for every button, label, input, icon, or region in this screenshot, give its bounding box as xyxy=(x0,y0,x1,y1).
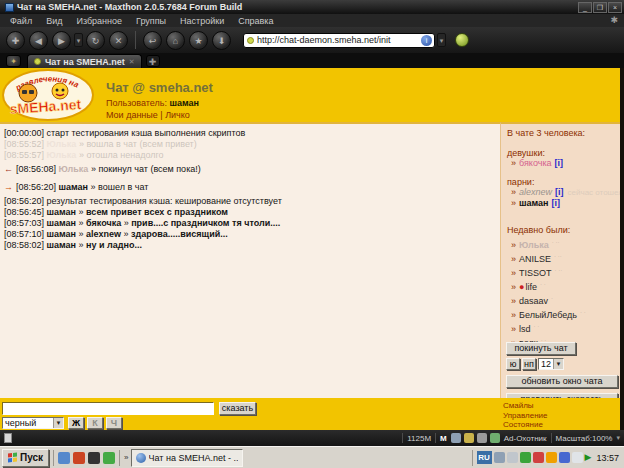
language-indicator[interactable]: RU xyxy=(477,451,492,464)
home-button[interactable]: ⌂ xyxy=(166,31,185,50)
recent-user-name[interactable]: TISSOT xyxy=(519,268,552,278)
yu-button[interactable]: ю xyxy=(506,358,520,370)
recent-user-name[interactable]: БелыйЛебедь xyxy=(519,310,577,320)
chevron-down-icon[interactable]: ▼ xyxy=(553,359,563,369)
user-info-link[interactable]: [i] xyxy=(555,158,564,168)
quick-launch-more-icon[interactable]: » xyxy=(124,453,128,462)
stop-button[interactable]: ✕ xyxy=(109,31,128,50)
player-tray-icon[interactable]: ▶ xyxy=(585,452,592,463)
bold-format-button[interactable]: Ж xyxy=(68,417,84,429)
messenger-tray-icon[interactable] xyxy=(533,452,544,463)
download-button[interactable]: ⬇ xyxy=(212,31,231,50)
message-input[interactable] xyxy=(2,402,214,415)
message-author[interactable]: шаман xyxy=(47,218,77,228)
refresh-chat-button[interactable]: обновить окно чата xyxy=(506,375,618,388)
message-time: [08:57:10] xyxy=(4,229,47,239)
italic-format-button[interactable]: К xyxy=(87,417,103,429)
winamp-quicklaunch-icon[interactable] xyxy=(73,452,85,464)
my-data-link[interactable]: Мои данные xyxy=(106,110,158,120)
chevron-down-icon[interactable]: ▼ xyxy=(53,418,63,428)
private-msg-link[interactable]: Личко xyxy=(165,110,190,120)
message-author[interactable]: шаман xyxy=(59,182,89,192)
totalcmd-quicklaunch-icon[interactable] xyxy=(88,452,100,464)
qip-tray-icon[interactable] xyxy=(546,452,557,463)
np-button[interactable]: нп xyxy=(522,358,536,370)
say-button[interactable]: сказать xyxy=(219,402,256,415)
recent-user-name[interactable]: Юлька xyxy=(519,240,549,250)
ad-hunter-status[interactable]: Ad-Охотник xyxy=(504,434,547,443)
maximize-button[interactable]: ❐ xyxy=(593,2,607,13)
volume-tray-icon[interactable] xyxy=(507,452,518,463)
zoom-caret-icon[interactable]: ▾ xyxy=(616,434,620,442)
recent-user-name[interactable]: lsd xyxy=(519,324,531,334)
message-author[interactable]: шаман xyxy=(47,240,77,250)
online-user-name[interactable]: alexnew xyxy=(519,187,552,197)
address-bar[interactable]: i xyxy=(243,33,435,48)
message-author[interactable]: Юлька xyxy=(59,164,89,174)
color-select[interactable]: черный ▼ xyxy=(2,417,64,429)
recent-user-name[interactable]: dasaav xyxy=(519,296,548,306)
url-dropdown-button[interactable]: ▾ xyxy=(437,33,446,47)
message-author[interactable]: Юлька xyxy=(47,150,77,160)
refresh-button[interactable]: ↻ xyxy=(86,31,105,50)
user-info-link[interactable]: [i] xyxy=(552,198,561,208)
favorites-button[interactable]: ★ xyxy=(189,31,208,50)
go-button[interactable] xyxy=(455,33,469,47)
message-target[interactable]: alexnew xyxy=(86,229,121,239)
close-button[interactable]: × xyxy=(608,2,622,13)
filter-icon[interactable] xyxy=(490,433,500,443)
new-button[interactable]: ✚ xyxy=(6,31,25,50)
recent-user-name[interactable]: life xyxy=(525,282,537,292)
composer-link-1[interactable]: Управление xyxy=(503,411,547,421)
maxthon-quicklaunch-icon[interactable] xyxy=(58,452,70,464)
taskbar-task-chat[interactable]: Чат на SMEHA.net - ... xyxy=(131,449,243,467)
menu-item-0[interactable]: Файл xyxy=(4,16,38,26)
display-tray-icon[interactable] xyxy=(494,452,505,463)
recent-user-meta: · ·· xyxy=(552,239,560,245)
undo-button[interactable]: ↩ xyxy=(143,31,162,50)
menu-extra-icon[interactable]: ✱ xyxy=(610,15,618,25)
plugin-icon[interactable] xyxy=(451,433,461,443)
url-action-icon[interactable]: i xyxy=(421,35,432,46)
site-logo[interactable]: развлечения на sMEHa.net xyxy=(2,69,98,125)
minimize-button[interactable]: _ xyxy=(578,2,592,13)
menu-item-5[interactable]: Справка xyxy=(232,16,279,26)
shield-tray-icon[interactable] xyxy=(572,452,583,463)
new-tab-button[interactable]: ✚ xyxy=(146,55,160,67)
composer-link-2[interactable]: Состояние xyxy=(503,420,547,430)
proxy-icon[interactable] xyxy=(464,433,474,443)
composer-link-0[interactable]: Смайлы xyxy=(503,401,547,411)
message-author[interactable]: шаман xyxy=(47,207,77,217)
feed-icon[interactable] xyxy=(477,433,487,443)
history-dropdown[interactable]: ▾ xyxy=(74,33,83,47)
online-user-row: »шаман[i] xyxy=(511,198,620,209)
start-button[interactable]: Пуск xyxy=(2,449,49,467)
tab-chat-smeha[interactable]: Чат на SMEHA.net ✕ xyxy=(27,54,142,68)
menu-item-4[interactable]: Настройки xyxy=(174,16,230,26)
zoom-level[interactable]: Масштаб:100% xyxy=(556,434,613,443)
forward-button[interactable]: ▶ xyxy=(52,31,71,50)
message-author[interactable]: Юлька xyxy=(47,139,77,149)
icq-quicklaunch-icon[interactable] xyxy=(103,452,115,464)
tab-list-icon[interactable]: ✦ xyxy=(6,55,21,67)
message-author[interactable]: шаман xyxy=(47,229,77,239)
online-user-name[interactable]: бякочка xyxy=(519,158,552,168)
font-size-select[interactable]: 12 ▼ xyxy=(538,358,564,370)
url-input[interactable] xyxy=(257,35,421,45)
user-info-link[interactable]: [i] xyxy=(555,187,564,197)
message-time: [08:56:20] xyxy=(16,182,59,192)
leave-chat-button[interactable]: покинуть чат xyxy=(506,342,576,355)
menu-item-2[interactable]: Избранное xyxy=(70,16,128,26)
menu-item-3[interactable]: Группы xyxy=(130,16,172,26)
recent-user-name[interactable]: ANILSE xyxy=(519,254,551,264)
underline-format-button[interactable]: Ч xyxy=(106,417,122,429)
message-target[interactable]: бякочка xyxy=(86,218,121,228)
online-user-name[interactable]: шаман xyxy=(519,198,549,208)
menu-item-1[interactable]: Вид xyxy=(40,16,68,26)
update-tray-icon[interactable] xyxy=(559,452,570,463)
tab-close-icon[interactable]: ✕ xyxy=(129,58,135,66)
taskbar-clock[interactable]: 13:57 xyxy=(596,453,619,463)
maxthon-status-icon[interactable]: M xyxy=(440,434,447,443)
antivirus-tray-icon[interactable] xyxy=(520,452,531,463)
back-button[interactable]: ◀ xyxy=(29,31,48,50)
